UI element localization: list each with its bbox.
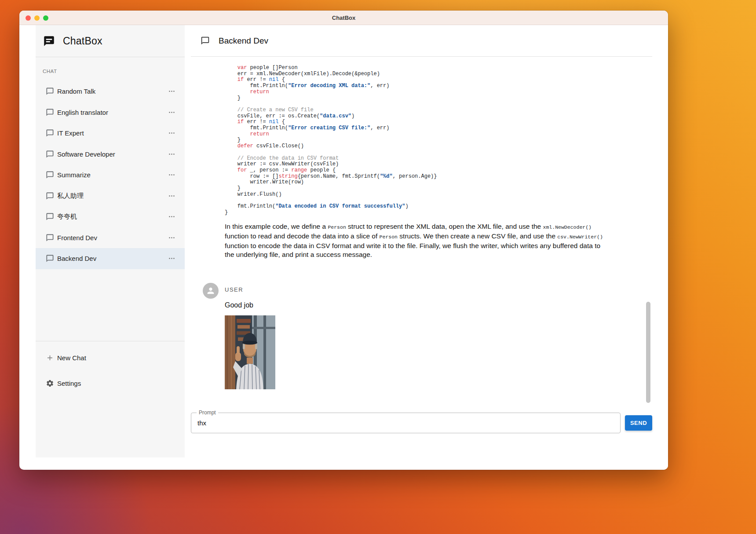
main-panel: Backend Dev var people []Person err = xm… xyxy=(185,25,668,470)
sidebar-chat-item[interactable]: Random Talk xyxy=(36,81,185,102)
settings-label: Settings xyxy=(57,380,81,387)
gear-icon xyxy=(46,379,54,388)
chat-item-label: IT Expert xyxy=(57,129,84,137)
prompt-row: Prompt SEND xyxy=(191,413,652,433)
sidebar-chat-item[interactable]: Summarize xyxy=(36,165,185,186)
chat-bubble-icon xyxy=(46,171,54,179)
chat-list: Random Talk English translator IT Expert… xyxy=(36,81,185,269)
sidebar-chat-item[interactable]: Frontend Dev xyxy=(36,227,185,249)
chat-section-label: CHAT xyxy=(43,69,185,74)
chat-item-label: Random Talk xyxy=(57,88,95,95)
more-options-icon[interactable] xyxy=(168,213,175,220)
chat-bubble-icon xyxy=(46,192,54,200)
sidebar: ChatBox CHAT Random Talk English transla… xyxy=(36,25,185,457)
plus-icon xyxy=(46,354,54,362)
message-role-label: USER xyxy=(225,283,652,293)
more-options-icon[interactable] xyxy=(168,129,175,137)
person-icon xyxy=(206,286,215,296)
more-options-icon[interactable] xyxy=(168,192,175,200)
app-logo-icon xyxy=(43,35,55,47)
more-options-icon[interactable] xyxy=(168,171,175,179)
chat-bubble-icon xyxy=(46,108,54,117)
sidebar-chat-item[interactable]: English translator xyxy=(36,102,185,123)
sidebar-chat-item[interactable]: IT Expert xyxy=(36,123,185,144)
window-title: ChatBox xyxy=(332,15,355,21)
code-block: var people []Person err = xml.NewDecoder… xyxy=(225,65,652,216)
avatar xyxy=(203,283,219,299)
send-button[interactable]: SEND xyxy=(625,415,652,431)
sidebar-chat-item[interactable]: 私人助理 xyxy=(36,186,185,207)
prompt-field: Prompt xyxy=(191,413,621,433)
more-options-icon[interactable] xyxy=(168,255,175,262)
chat-bubble-icon xyxy=(46,234,54,242)
close-button[interactable] xyxy=(26,15,31,21)
assistant-paragraph: In this example code, we define a Person… xyxy=(225,222,604,259)
user-message-text: Good job xyxy=(225,301,652,309)
main-header: Backend Dev xyxy=(185,25,668,56)
chat-bubble-icon xyxy=(46,129,54,137)
sidebar-bottom: New Chat Settings xyxy=(36,341,185,394)
sidebar-divider xyxy=(36,57,185,57)
traffic-lights xyxy=(26,11,48,25)
chat-item-label: Backend Dev xyxy=(57,255,96,262)
chat-item-label: Software Developer xyxy=(57,150,115,158)
sidebar-header: ChatBox xyxy=(36,25,185,57)
more-options-icon[interactable] xyxy=(168,109,175,116)
sidebar-chat-item[interactable]: 夸夸机 xyxy=(36,206,185,227)
chat-scroll-area[interactable]: var people []Person err = xml.NewDecoder… xyxy=(191,57,652,404)
sidebar-chat-item[interactable]: Software Developer xyxy=(36,144,185,165)
prompt-field-label: Prompt xyxy=(197,410,218,416)
chat-item-label: 夸夸机 xyxy=(57,212,77,221)
sidebar-chat-item[interactable]: Backend Dev xyxy=(36,248,185,269)
more-options-icon[interactable] xyxy=(168,150,175,158)
new-chat-button[interactable]: New Chat xyxy=(36,347,185,368)
user-photo xyxy=(225,315,275,389)
minimize-button[interactable] xyxy=(34,15,40,21)
titlebar: ChatBox xyxy=(19,11,668,25)
more-options-icon[interactable] xyxy=(168,88,175,95)
app-title: ChatBox xyxy=(63,35,102,47)
settings-button[interactable]: Settings xyxy=(36,373,185,394)
sidebar-bottom-divider xyxy=(36,341,185,341)
chat-bubble-icon xyxy=(201,36,210,45)
chat-bubble-icon xyxy=(46,254,54,263)
new-chat-label: New Chat xyxy=(57,354,86,362)
scrollbar-thumb[interactable] xyxy=(646,302,650,403)
chat-item-label: Frontend Dev xyxy=(57,234,97,241)
user-message: USER Good job xyxy=(225,283,652,389)
app-window: ChatBox ChatBox CHAT Random Talk English… xyxy=(19,11,668,470)
chat-bubble-icon xyxy=(46,87,54,95)
page-title: Backend Dev xyxy=(219,36,268,46)
chat-bubble-icon xyxy=(46,150,54,158)
chat-bubble-icon xyxy=(46,212,54,221)
chat-item-label: English translator xyxy=(57,109,108,116)
prompt-input[interactable] xyxy=(191,413,620,433)
chat-item-label: 私人助理 xyxy=(57,192,84,200)
more-options-icon[interactable] xyxy=(168,234,175,241)
zoom-button[interactable] xyxy=(43,15,48,21)
chat-item-label: Summarize xyxy=(57,171,91,179)
